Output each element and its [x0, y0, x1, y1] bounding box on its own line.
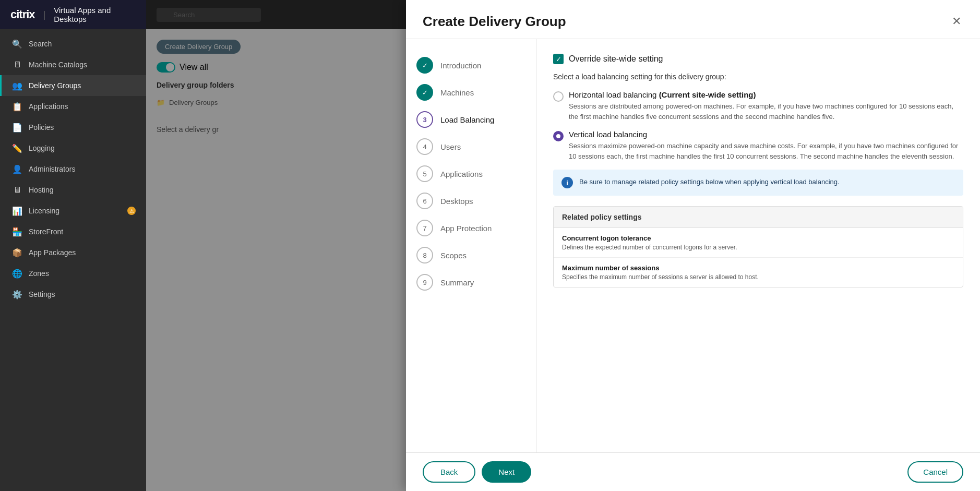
hosting-icon: 🖥: [12, 185, 22, 195]
policy-item-desc: Defines the expected number of concurren…: [562, 244, 954, 251]
step-label: Machines: [440, 88, 474, 97]
modal-body: ✓ Introduction ✓ Machines 3 Load Balanci…: [406, 39, 980, 452]
cancel-button[interactable]: Cancel: [907, 461, 963, 483]
main-content: 🔍 Create Delivery Group View all Deliver…: [146, 0, 980, 491]
step-scopes[interactable]: 8 Scopes: [416, 242, 525, 269]
sidebar-label-search: Search: [29, 40, 52, 48]
step-desktops[interactable]: 6 Desktops: [416, 187, 525, 214]
related-policy-box: Related policy settings Concurrent logon…: [553, 206, 963, 288]
horizontal-label: Horizontal load balancing (Current site-…: [569, 90, 963, 99]
info-box: i Be sure to manage related policy setti…: [553, 170, 963, 196]
step-label: Introduction: [440, 61, 481, 70]
sidebar-item-licensing[interactable]: 📊 Licensing ⚠: [0, 200, 146, 221]
sidebar-item-machine-catalogs[interactable]: 🖥 Machine Catalogs: [0, 54, 146, 75]
vertical-radio[interactable]: [553, 131, 564, 141]
step-machines[interactable]: ✓ Machines: [416, 79, 525, 106]
sidebar-label-settings: Settings: [29, 290, 55, 298]
app-title: Virtual Apps and Desktops: [54, 6, 136, 23]
sidebar-label-applications: Applications: [29, 102, 68, 111]
back-button[interactable]: Back: [423, 461, 475, 483]
sidebar-label-policies: Policies: [29, 123, 54, 131]
sidebar-label-hosting: Hosting: [29, 186, 53, 194]
step-circle: ✓: [416, 84, 433, 101]
vertical-desc: Sessions maximize powered-on machine cap…: [569, 141, 963, 161]
step-label: App Protection: [440, 224, 492, 233]
sidebar-header: citrix | Virtual Apps and Desktops: [0, 0, 146, 29]
policy-item-desc: Specifies the maximum number of sessions…: [562, 273, 954, 281]
delivery-groups-icon: 👥: [12, 80, 22, 91]
modal-header: Create Delivery Group ✕: [406, 0, 980, 39]
vertical-lb-option[interactable]: Vertical load balancing Sessions maximiz…: [553, 130, 963, 161]
step-introduction[interactable]: ✓ Introduction: [416, 52, 525, 79]
sidebar-label-app-packages: App Packages: [29, 248, 76, 257]
citrix-logo: citrix: [10, 8, 35, 21]
step-label: Desktops: [440, 197, 473, 206]
sidebar-label-storefront: StoreFront: [29, 227, 63, 236]
step-circle: 7: [416, 220, 433, 236]
zones-icon: 🌐: [12, 268, 22, 279]
step-summary[interactable]: 9 Summary: [416, 269, 525, 296]
step-circle: 8: [416, 247, 433, 264]
sidebar-label-delivery-groups: Delivery Groups: [29, 81, 81, 90]
policies-icon: 📄: [12, 122, 22, 133]
machine-catalogs-icon: 🖥: [12, 59, 22, 70]
close-button[interactable]: ✕: [950, 13, 963, 30]
sidebar-item-hosting[interactable]: 🖥 Hosting: [0, 179, 146, 200]
step-circle: 3: [416, 111, 433, 128]
sidebar-item-delivery-groups[interactable]: 👥 Delivery Groups: [0, 75, 146, 96]
next-button[interactable]: Next: [482, 461, 531, 483]
logging-icon: ✏️: [12, 143, 22, 153]
sidebar-item-search[interactable]: 🔍 Search: [0, 33, 146, 54]
step-label: Users: [440, 142, 461, 151]
warning-badge: ⚠: [127, 207, 136, 215]
step-circle: 4: [416, 138, 433, 155]
policy-item-title: Concurrent logon tolerance: [562, 234, 954, 242]
administrators-icon: 👤: [12, 164, 22, 174]
horizontal-radio[interactable]: [553, 91, 564, 102]
settings-icon: ⚙️: [12, 289, 22, 300]
sidebar-label-administrators: Administrators: [29, 165, 75, 173]
sidebar-item-administrators[interactable]: 👤 Administrators: [0, 159, 146, 179]
step-label: Applications: [440, 170, 483, 178]
storefront-icon: 🏪: [12, 226, 22, 237]
policy-header: Related policy settings: [554, 207, 963, 228]
modal-footer: Back Next Cancel: [406, 452, 980, 491]
step-circle: 6: [416, 193, 433, 209]
policy-item: Concurrent logon tolerance Defines the e…: [554, 228, 963, 258]
sidebar-label-zones: Zones: [29, 269, 49, 278]
sidebar-item-logging[interactable]: ✏️ Logging: [0, 138, 146, 159]
select-lb-text: Select a load balancing setting for this…: [553, 73, 963, 81]
step-applications[interactable]: 5 Applications: [416, 160, 525, 187]
step-load-balancing[interactable]: 3 Load Balancing: [416, 106, 525, 133]
sidebar-item-app-packages[interactable]: 📦 App Packages: [0, 242, 146, 263]
info-icon: i: [561, 177, 573, 188]
sidebar-item-zones[interactable]: 🌐 Zones: [0, 263, 146, 284]
step-circle: 9: [416, 274, 433, 291]
policy-item: Maximum number of sessions Specifies the…: [554, 258, 963, 287]
app-packages-icon: 📦: [12, 247, 22, 258]
licensing-icon: 📊: [12, 206, 22, 216]
modal: Create Delivery Group ✕ ✓ Introduction ✓…: [406, 0, 980, 491]
sidebar-label-licensing: Licensing: [29, 207, 59, 215]
horizontal-desc: Sessions are distributed among powered-o…: [569, 101, 963, 122]
horizontal-lb-option[interactable]: Horizontal load balancing (Current site-…: [553, 90, 963, 122]
modal-title: Create Delivery Group: [423, 14, 566, 30]
step-users[interactable]: 4 Users: [416, 133, 525, 160]
sidebar-item-policies[interactable]: 📄 Policies: [0, 117, 146, 138]
sidebar-nav: 🔍 Search 🖥 Machine Catalogs 👥 Delivery G…: [0, 29, 146, 491]
modal-overlay: Create Delivery Group ✕ ✓ Introduction ✓…: [146, 0, 980, 491]
step-circle: 5: [416, 165, 433, 182]
sidebar-item-storefront[interactable]: 🏪 StoreFront: [0, 221, 146, 242]
info-text: Be sure to manage related policy setting…: [579, 177, 840, 187]
sidebar-item-applications[interactable]: 📋 Applications: [0, 96, 146, 117]
sidebar-item-settings[interactable]: ⚙️ Settings: [0, 284, 146, 305]
step-label: Summary: [440, 278, 474, 287]
sidebar: citrix | Virtual Apps and Desktops 🔍 Sea…: [0, 0, 146, 491]
sidebar-label-machine-catalogs: Machine Catalogs: [29, 61, 87, 69]
override-checkbox[interactable]: [553, 54, 564, 64]
override-label: Override site-wide setting: [569, 54, 663, 64]
applications-icon: 📋: [12, 101, 22, 112]
step-app-protection[interactable]: 7 App Protection: [416, 214, 525, 242]
step-label: Scopes: [440, 251, 467, 260]
override-row: Override site-wide setting: [553, 54, 963, 64]
